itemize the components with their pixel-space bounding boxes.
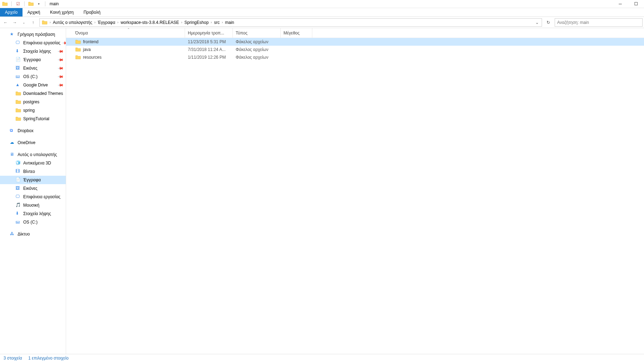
minimize-button[interactable]: ─ xyxy=(612,0,628,8)
sidebar-quick-item[interactable]: 🖴OS (C:)📌 xyxy=(0,72,66,81)
chevron-right-icon[interactable]: › xyxy=(94,20,96,24)
chevron-right-icon[interactable]: › xyxy=(210,20,212,24)
sidebar-quick-item[interactable]: spring xyxy=(0,106,66,115)
sidebar-item-label: postgres xyxy=(23,99,39,104)
sidebar-quick-access[interactable]: ★ Γρήγορη πρόσβαση xyxy=(0,30,66,39)
file-row[interactable]: resources1/11/2019 12:26 PMΦάκελος αρχεί… xyxy=(66,53,644,61)
sidebar-dropbox[interactable]: ⧉ Dropbox xyxy=(0,127,66,135)
sidebar-quick-item[interactable]: ▲Google Drive📌 xyxy=(0,81,66,89)
qat-folder-icon[interactable] xyxy=(28,1,34,7)
video-icon: 🎞 xyxy=(15,169,21,174)
disk-icon: 🖴 xyxy=(15,74,21,79)
star-icon: ★ xyxy=(10,32,15,37)
file-row[interactable]: java7/31/2018 11:24 A...Φάκελος αρχείων xyxy=(66,46,644,53)
sidebar-item-label: Google Drive xyxy=(23,83,48,88)
pc-icon: 🖥 xyxy=(10,152,15,157)
sidebar-item-label: spring xyxy=(23,108,35,113)
address-dropdown-icon[interactable]: ⌄ xyxy=(533,20,541,25)
column-header-type[interactable]: Τύπος xyxy=(233,28,281,38)
qat-properties-icon[interactable]: ☑ xyxy=(15,1,21,7)
forward-button[interactable]: → xyxy=(11,18,19,27)
sidebar-item-label: Έγγραφα xyxy=(23,57,41,62)
sidebar-thispc-item[interactable]: 📄Έγγραφα xyxy=(0,176,66,184)
sidebar-quick-item[interactable]: ⬇Στοιχεία λήψης📌 xyxy=(0,47,66,56)
sidebar-quick-item[interactable]: 📄Έγγραφα📌 xyxy=(0,56,66,64)
sidebar-item-label: Στοιχεία λήψης xyxy=(23,49,51,54)
maximize-button[interactable]: ☐ xyxy=(628,0,644,8)
sidebar-item-label: OS (C:) xyxy=(23,220,38,225)
chevron-right-icon[interactable]: › xyxy=(49,20,51,24)
folder-icon xyxy=(75,39,81,45)
sidebar-this-pc[interactable]: 🖥 Αυτός ο υπολογιστής xyxy=(0,150,66,159)
sidebar-quick-item[interactable]: Downloaded Themes xyxy=(0,89,66,98)
sidebar-onedrive[interactable]: ☁ OneDrive xyxy=(0,138,66,147)
address-bar[interactable]: › Αυτός ο υπολογιστής › Έγγραφα › worksp… xyxy=(39,18,542,27)
breadcrumb-item[interactable]: Αυτός ο υπολογιστής xyxy=(51,19,94,26)
qat-dropdown-icon[interactable]: ▾ xyxy=(36,1,42,7)
refresh-button[interactable]: ↻ xyxy=(544,18,553,27)
sidebar-thispc-item[interactable]: 🧊Αντικείμενα 3D xyxy=(0,159,66,167)
pin-icon: 📌 xyxy=(57,65,64,71)
separator xyxy=(24,1,25,6)
breadcrumb-item[interactable]: src xyxy=(212,19,221,26)
folder-icon xyxy=(15,108,21,113)
dropbox-icon: ⧉ xyxy=(10,128,15,134)
sidebar-thispc-item[interactable]: ⬇Στοιχεία λήψης xyxy=(0,209,66,218)
chevron-right-icon[interactable]: › xyxy=(180,20,183,24)
column-headers: ⌃ Όνομα Ημερομηνία τροπ... Τύπος Μέγεθος xyxy=(66,28,644,38)
breadcrumb-item[interactable]: SpringEshop xyxy=(183,19,210,26)
folder-icon xyxy=(15,116,21,122)
address-row: ← → ⌄ ↑ › Αυτός ο υπολογιστής › Έγγραφα … xyxy=(0,17,644,28)
file-date: 1/11/2019 12:26 PM xyxy=(185,55,233,60)
tab-file[interactable]: Αρχείο xyxy=(0,8,23,17)
folder-icon xyxy=(15,99,21,105)
desktop-icon: 🖵 xyxy=(15,194,21,200)
file-type: Φάκελος αρχείων xyxy=(233,47,281,52)
column-header-date[interactable]: Ημερομηνία τροπ... xyxy=(185,28,233,38)
sidebar-network[interactable]: 🖧 Δίκτυο xyxy=(0,230,66,238)
file-row[interactable]: frontend11/23/2018 5:31 PMΦάκελος αρχείω… xyxy=(66,38,644,46)
column-header-name[interactable]: ⌃ Όνομα xyxy=(72,28,185,38)
tab-share[interactable]: Κοινή χρήση xyxy=(45,8,78,17)
breadcrumb-item[interactable]: main xyxy=(224,19,236,26)
breadcrumb-item[interactable]: workspace-sts-3.8.4.RELEASE xyxy=(119,19,180,26)
file-list-pane: ⌃ Όνομα Ημερομηνία τροπ... Τύπος Μέγεθος… xyxy=(66,28,644,354)
sidebar-item-label: Αυτός ο υπολογιστής xyxy=(18,152,57,157)
up-button[interactable]: ↑ xyxy=(29,18,37,27)
window-title: main xyxy=(50,1,59,6)
tab-view[interactable]: Προβολή xyxy=(78,8,105,17)
sidebar-thispc-item[interactable]: 🎵Μουσική xyxy=(0,201,66,209)
file-rows[interactable]: frontend11/23/2018 5:31 PMΦάκελος αρχείω… xyxy=(66,38,644,354)
sidebar-item-label: Έγγραφα xyxy=(23,177,41,182)
sidebar-quick-item[interactable]: postgres xyxy=(0,98,66,106)
sort-asc-icon: ⌃ xyxy=(127,28,130,31)
chevron-right-icon[interactable]: › xyxy=(117,20,119,24)
folder-icon xyxy=(42,20,47,25)
file-name: frontend xyxy=(83,39,98,44)
sidebar-thispc-item[interactable]: 🎞Βίντεο xyxy=(0,167,66,176)
3d-icon: 🧊 xyxy=(15,160,21,166)
search-input[interactable]: Αναζήτηση: main xyxy=(555,18,643,27)
sidebar-item-label: Στοιχεία λήψης xyxy=(23,211,51,216)
sidebar-quick-item[interactable]: 🖼Εικόνες📌 xyxy=(0,64,66,72)
sidebar-item-label: OneDrive xyxy=(18,140,36,145)
sidebar-thispc-item[interactable]: 🖵Επιφάνεια εργασίας xyxy=(0,193,66,201)
tab-home[interactable]: Αρχική xyxy=(23,8,45,17)
navigation-pane[interactable]: ★ Γρήγορη πρόσβαση 🖵Επιφάνεια εργασίας📌⬇… xyxy=(0,28,66,354)
file-date: 7/31/2018 11:24 A... xyxy=(185,47,233,52)
pictures-icon: 🖼 xyxy=(15,186,21,191)
back-button[interactable]: ← xyxy=(1,18,10,27)
sidebar-item-label: Επιφάνεια εργασίας xyxy=(23,194,60,199)
sidebar-thispc-item[interactable]: 🖼Εικόνες xyxy=(0,184,66,193)
chevron-right-icon[interactable]: › xyxy=(221,20,223,24)
sidebar-thispc-item[interactable]: 🖴OS (C:) xyxy=(0,218,66,226)
recent-dropdown-button[interactable]: ⌄ xyxy=(20,18,28,27)
network-icon: 🖧 xyxy=(10,231,15,237)
column-header-size[interactable]: Μέγεθος xyxy=(281,28,312,38)
sidebar-quick-item[interactable]: SpringTutorial xyxy=(0,115,66,123)
desktop-icon: 🖵 xyxy=(15,40,21,46)
documents-icon: 📄 xyxy=(15,177,21,183)
sidebar-item-label: Επιφάνεια εργασίας xyxy=(23,40,60,45)
breadcrumb-item[interactable]: Έγγραφα xyxy=(96,19,117,26)
sidebar-quick-item[interactable]: 🖵Επιφάνεια εργασίας📌 xyxy=(0,39,66,47)
